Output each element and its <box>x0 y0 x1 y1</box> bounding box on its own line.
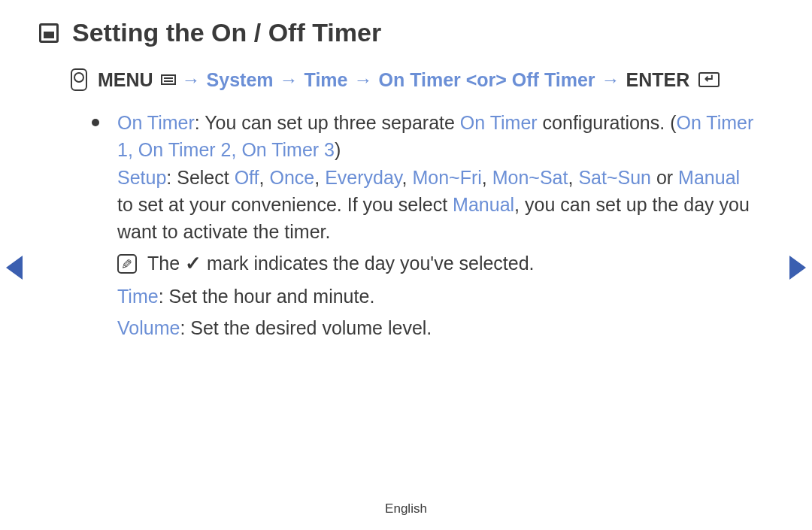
previous-page-button[interactable] <box>6 256 23 280</box>
note-row: The ✓ mark indicates the day you've sele… <box>92 250 758 278</box>
sep: , <box>128 139 138 160</box>
sep: , <box>568 167 578 188</box>
sep: , <box>259 167 270 188</box>
on-timer-label: On Timer <box>117 112 195 133</box>
sep: , <box>231 139 241 160</box>
arrow-icon: → <box>280 69 298 91</box>
note-pre: The <box>147 253 185 274</box>
nav-ontimer: On Timer <or> Off Timer <box>378 69 595 91</box>
opt-once: Once <box>269 167 314 188</box>
on-timer-ref: On Timer <box>460 112 538 133</box>
enter-icon <box>698 72 720 87</box>
config2: On Timer 2 <box>138 139 232 160</box>
language-footer: English <box>0 501 812 516</box>
arrow-icon: → <box>182 69 201 91</box>
opt-satsun: Sat~Sun <box>578 167 651 188</box>
page-title: Setting the On / Off Timer <box>72 18 381 47</box>
section-icon <box>39 23 59 43</box>
text: : Select <box>166 167 234 188</box>
next-page-button[interactable] <box>789 256 806 280</box>
enter-label: ENTER <box>626 69 690 91</box>
note-icon <box>117 254 137 274</box>
time-text: : Set the hour and minute. <box>159 286 375 307</box>
sep: , <box>482 167 492 188</box>
note-text: The ✓ mark indicates the day you've sele… <box>147 250 535 278</box>
breadcrumb: MENU → System → Time → On Timer <or> Off… <box>71 68 773 91</box>
arrow-icon: → <box>601 69 620 91</box>
remote-icon <box>71 68 87 91</box>
volume-line: Volume: Set the desired volume level. <box>92 314 758 341</box>
opt-off: Off <box>235 167 259 188</box>
nav-time: Time <box>304 69 348 91</box>
sep: , <box>402 167 413 188</box>
text: configurations. ( <box>538 112 677 133</box>
text: or <box>651 167 678 188</box>
sep: , <box>314 167 325 188</box>
setup-label: Setup <box>117 167 166 188</box>
volume-text: : Set the desired volume level. <box>180 317 432 338</box>
opt-manual: Manual <box>678 167 740 188</box>
page-title-row: Setting the On / Off Timer <box>39 18 773 47</box>
config3: On Timer 3 <box>241 139 335 160</box>
opt-manual2: Manual <box>453 194 514 215</box>
close-paren: ) <box>335 139 341 160</box>
note-post: mark indicates the day you've selected. <box>207 253 535 274</box>
opt-monsat: Mon~Sat <box>492 167 568 188</box>
menu-label: MENU <box>98 69 153 91</box>
bullet-item: On Timer: You can set up three separate … <box>92 109 758 245</box>
content-body: On Timer: You can set up three separate … <box>92 109 758 341</box>
opt-everyday: Everyday <box>325 167 401 188</box>
opt-monfri: Mon~Fri <box>412 167 481 188</box>
text: to set at your convenience. If you selec… <box>117 194 453 215</box>
nav-system: System <box>207 69 274 91</box>
check-icon: ✓ <box>185 252 201 274</box>
text: : You can set up three separate <box>195 112 460 133</box>
menu-grid-icon <box>161 74 176 85</box>
bullet-icon <box>92 119 99 126</box>
time-label: Time <box>117 286 159 307</box>
time-line: Time: Set the hour and minute. <box>92 283 758 310</box>
volume-label: Volume <box>117 317 180 338</box>
arrow-icon: → <box>353 69 372 91</box>
